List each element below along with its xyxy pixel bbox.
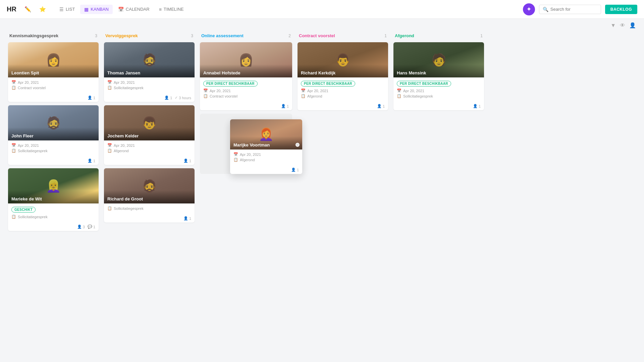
tab-list[interactable]: ☰ LIST <box>55 5 79 14</box>
card-name-thomas: Thomas Jansen <box>104 64 195 77</box>
column-header-online: Online assessement 2 <box>200 31 292 42</box>
card-footer-jochem: 👤 1 <box>104 157 195 165</box>
card-footer-thomas: 👤 1 ✓ 3 hours <box>104 94 195 102</box>
card-name-richard-groot: Richard de Groot <box>104 190 195 203</box>
drag-card-date-marijke: 📅 Apr 20, 2021 <box>233 152 299 157</box>
card-footer-annabel: 👤 1 <box>200 103 292 110</box>
assignee-count-annabel: 👤 1 <box>281 104 289 108</box>
card-stage-richard-kerk: 📋 Afgerond <box>301 94 385 98</box>
avatar[interactable]: ✦ <box>523 3 535 15</box>
clipboard-icon-john: 📋 <box>11 148 16 153</box>
card-stage-john: 📋 Sollicitatiegesprek <box>11 148 95 153</box>
card-date-annabel: 📅 Apr 20, 2021 <box>203 88 289 93</box>
card-stage-marieke: 📋 Sollicitatiegesprek <box>11 215 95 219</box>
assignee-count-richard-kerk: 👤 1 <box>377 104 385 108</box>
card-marieke[interactable]: 👱‍♀️ Marieke de Wit GESCHIKT 📋 Sollicita… <box>8 168 99 231</box>
card-footer-john: 👤 1 <box>8 157 99 165</box>
badge-richard-kerk: PER DIRECT BESCHIKBAAR <box>301 81 355 86</box>
drag-card-marijke[interactable]: 👩‍🦰 Marijke Voortman 📅 Apr 20, 2021 📋 Af… <box>230 119 302 174</box>
column-count-kennismaking: 3 <box>95 34 97 38</box>
card-footer-richard-kerk: 👤 1 <box>298 103 388 110</box>
view-tabs: ☰ LIST ▦ KANBAN 📅 CALENDAR ≡ TIMELINE <box>55 5 188 14</box>
assignee-count-richard-groot: 👤 1 <box>183 216 191 221</box>
edit-icon[interactable]: ✏️ <box>23 5 33 14</box>
card-annabel[interactable]: 👩 Annabel Hofstede PER DIRECT BESCHIKBAA… <box>200 42 292 110</box>
user-manage-icon[interactable]: 👤 <box>629 22 636 28</box>
card-image-thomas: 🧔 Thomas Jansen <box>104 42 195 77</box>
tab-timeline[interactable]: ≡ TIMELINE <box>155 5 188 14</box>
card-name-annabel: Annabel Hofstede <box>200 64 292 77</box>
card-richard-kerk[interactable]: 👨 Richard Kerkdijk PER DIRECT BESCHIKBAA… <box>298 42 388 110</box>
badge-annabel: PER DIRECT BESCHIKBAAR <box>203 81 258 86</box>
column-cards-afgerond: 🧑 Hans Mensink PER DIRECT BESCHIKBAAR 📅 … <box>393 42 484 110</box>
column-online: Online assessement 2 👩 Annabel Hofstede … <box>200 31 292 354</box>
assignee-count-marieke: 👤 3 <box>77 225 85 229</box>
column-afgerond: Afgerond 1 🧑 Hans Mensink PER DIRECT BES… <box>393 31 484 354</box>
card-richard-groot[interactable]: 🧔 Richard de Groot 📋 Sollicitatiegesprek… <box>104 168 195 223</box>
card-stage-leontien: 📋 Contract voorstel <box>11 85 95 90</box>
tab-calendar[interactable]: 📅 CALENDAR <box>114 5 154 14</box>
card-footer-leontien: 👤 1 <box>8 94 99 102</box>
card-jochem[interactable]: 👦 Jochem Kelder 📅 Apr 20, 2021 📋 Afgeron… <box>104 105 195 165</box>
top-navigation: HR ✏️ ⭐ ☰ LIST ▦ KANBAN 📅 CALENDAR ≡ TIM… <box>0 0 644 19</box>
calendar-icon-jochem: 📅 <box>107 143 112 147</box>
clipboard-icon-annabel: 📋 <box>203 94 208 98</box>
hours-thomas: ✓ 3 hours <box>175 96 191 100</box>
card-john[interactable]: 🧔 John Fleer 📅 Apr 20, 2021 📋 Sollicitat… <box>8 105 99 165</box>
card-body-annabel: PER DIRECT BESCHIKBAAR 📅 Apr 20, 2021 📋 … <box>200 77 292 103</box>
column-header-afgerond: Afgerond 1 <box>393 31 484 42</box>
drag-card-stage-marijke: 📋 Afgerond <box>233 158 299 162</box>
card-name-hans: Hans Mensink <box>393 64 484 77</box>
clipboard-icon-leontien: 📋 <box>11 85 16 90</box>
star-icon[interactable]: ⭐ <box>38 5 47 14</box>
card-date-richard-kerk: 📅 Apr 20, 2021 <box>301 88 385 93</box>
card-stage-jochem: 📋 Afgerond <box>107 148 191 153</box>
assignee-count-hans: 👤 1 <box>473 104 481 108</box>
card-image-john: 🧔 John Fleer <box>8 105 99 140</box>
search-box[interactable]: 🔍 <box>539 5 601 14</box>
column-kennismaking: Kennismakingsgesprek 3 👩 Leontien Spit 📅… <box>8 31 99 354</box>
card-image-annabel: 👩 Annabel Hofstede <box>200 42 292 77</box>
column-cards-kennismaking: 👩 Leontien Spit 📅 Apr 20, 2021 📋 Contrac… <box>8 42 99 231</box>
column-title-online: Online assessement <box>201 33 244 38</box>
card-thomas[interactable]: 🧔 Thomas Jansen 📅 Apr 20, 2021 📋 Sollici… <box>104 42 195 102</box>
card-image-richard-kerk: 👨 Richard Kerkdijk <box>298 42 388 77</box>
tab-kanban[interactable]: ▦ KANBAN <box>80 5 112 14</box>
badge-marieke: GESCHIKT <box>11 207 36 213</box>
badge-hans: PER DIRECT BESCHIKBAAR <box>397 81 451 86</box>
assignee-count-thomas: 👤 1 <box>164 96 172 100</box>
column-cards-online: 👩 Annabel Hofstede PER DIRECT BESCHIKBAA… <box>200 42 292 174</box>
drag-card-image-marijke: 👩‍🦰 Marijke Voortman <box>230 119 302 149</box>
card-stage-hans: 📋 Sollicitatiegesprek <box>397 94 481 98</box>
card-hans[interactable]: 🧑 Hans Mensink PER DIRECT BESCHIKBAAR 📅 … <box>393 42 484 110</box>
eye-icon[interactable]: 👁 <box>620 22 625 28</box>
card-leontien[interactable]: 👩 Leontien Spit 📅 Apr 20, 2021 📋 Contrac… <box>8 42 99 102</box>
card-date-leontien: 📅 Apr 20, 2021 <box>11 80 95 84</box>
column-cards-vervolg: 🧔 Thomas Jansen 📅 Apr 20, 2021 📋 Sollici… <box>104 42 195 223</box>
drag-card-name-marijke: Marijke Voortman <box>230 136 302 149</box>
card-footer-hans: 👤 1 <box>393 103 484 110</box>
filter-icon[interactable]: ▼ <box>610 22 616 28</box>
card-image-jochem: 👦 Jochem Kelder <box>104 105 195 140</box>
column-count-contract: 1 <box>384 34 387 38</box>
assignee-count-jochem: 👤 1 <box>183 159 191 163</box>
app-title: HR <box>7 5 16 13</box>
card-name-marieke: Marieke de Wit <box>8 190 99 203</box>
backlog-button[interactable]: BACKLOG <box>605 5 637 14</box>
clipboard-icon-thomas: 📋 <box>107 85 112 90</box>
drag-assignee-count-marijke: 👤 1 <box>291 168 299 172</box>
card-footer-richard-groot: 👤 1 <box>104 215 195 223</box>
calendar-icon-john: 📅 <box>11 143 16 147</box>
calendar-icon-leontien: 📅 <box>11 80 16 84</box>
calendar-icon-hans: 📅 <box>397 88 401 93</box>
card-body-john: 📅 Apr 20, 2021 📋 Sollicitatiegesprek <box>8 140 99 157</box>
card-image-richard-groot: 🧔 Richard de Groot <box>104 168 195 203</box>
card-body-marieke: GESCHIKT 📋 Sollicitatiegesprek <box>8 203 99 223</box>
column-header-contract: Contract voorstel 1 <box>298 31 388 42</box>
column-title-vervolg: Vervolggesprek <box>105 33 138 38</box>
nav-right: ✦ 🔍 BACKLOG <box>523 3 637 15</box>
kanban-icon: ▦ <box>84 7 89 12</box>
drag-handle <box>296 143 300 147</box>
clipboard-icon-jochem: 📋 <box>107 148 112 153</box>
search-input[interactable] <box>550 7 597 12</box>
